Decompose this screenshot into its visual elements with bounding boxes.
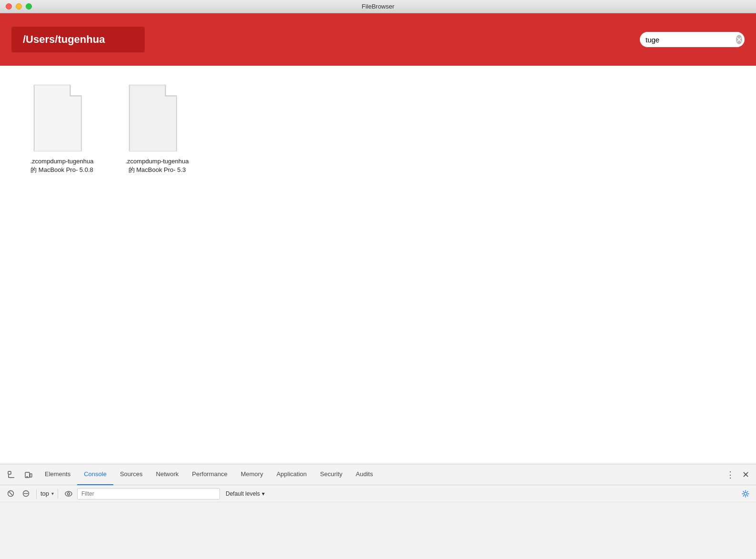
titlebar: FileBrowser <box>0 0 756 13</box>
svg-point-13 <box>68 492 70 495</box>
devtools-more-button[interactable]: ⋮ <box>724 468 737 481</box>
devtools-close-button[interactable]: ✕ <box>739 468 752 481</box>
tab-security[interactable]: Security <box>313 464 349 485</box>
svg-point-14 <box>744 492 747 495</box>
search-box: ✕ <box>640 32 745 47</box>
svg-marker-1 <box>129 85 177 151</box>
tab-memory[interactable]: Memory <box>234 464 270 485</box>
svg-rect-6 <box>30 474 32 477</box>
file-item-1[interactable]: .zcompdump-tugenhua的 MacBook Pro- 5.0.8 <box>29 85 95 174</box>
tab-console[interactable]: Console <box>77 464 113 485</box>
window-title: FileBrowser <box>362 3 395 10</box>
file-area: .zcompdump-tugenhua的 MacBook Pro- 5.0.8 … <box>0 66 756 464</box>
file-icon-1 <box>33 85 90 151</box>
file-icon-2 <box>129 85 186 151</box>
close-button[interactable] <box>6 3 12 10</box>
device-mode-icon[interactable] <box>21 467 36 482</box>
search-clear-button[interactable]: ✕ <box>736 35 742 44</box>
path-display: /Users/tugenhua <box>11 27 145 52</box>
tab-application[interactable]: Application <box>270 464 314 485</box>
filter-input-wrapper <box>77 488 220 499</box>
toolbar-divider-2 <box>58 489 58 499</box>
app-header: /Users/tugenhua ✕ <box>0 13 756 66</box>
context-selector[interactable]: top ▾ <box>40 490 54 497</box>
tab-sources[interactable]: Sources <box>113 464 149 485</box>
traffic-lights <box>6 3 32 10</box>
devtools-panel: Elements Console Sources Network Perform… <box>0 464 756 559</box>
file-item-2[interactable]: .zcompdump-tugenhua的 MacBook Pro- 5.3 <box>124 85 190 174</box>
svg-point-12 <box>65 491 72 496</box>
tab-audits[interactable]: Audits <box>349 464 379 485</box>
toolbar-divider <box>36 489 37 499</box>
minimize-button[interactable] <box>16 3 22 10</box>
svg-rect-2 <box>8 471 11 474</box>
default-levels-button[interactable]: Default levels ▾ <box>222 488 269 499</box>
file-name-1: .zcompdump-tugenhua的 MacBook Pro- 5.0.8 <box>29 157 95 174</box>
file-name-2: .zcompdump-tugenhua的 MacBook Pro- 5.3 <box>124 157 190 174</box>
tab-elements[interactable]: Elements <box>38 464 77 485</box>
clear-console-icon[interactable] <box>4 487 17 500</box>
devtools-tabs-bar: Elements Console Sources Network Perform… <box>0 464 756 485</box>
console-toolbar: top ▾ Default levels ▾ <box>0 485 756 502</box>
search-input[interactable] <box>646 36 736 44</box>
maximize-button[interactable] <box>26 3 32 10</box>
svg-marker-0 <box>34 85 81 151</box>
default-levels-chevron-icon: ▾ <box>262 490 265 497</box>
context-select-input[interactable]: top <box>40 490 58 497</box>
tab-performance[interactable]: Performance <box>185 464 234 485</box>
filter-input[interactable] <box>81 490 216 497</box>
svg-line-9 <box>9 492 12 495</box>
block-icon[interactable] <box>19 487 32 500</box>
watch-expressions-icon[interactable] <box>62 487 75 500</box>
console-settings-icon[interactable] <box>739 487 752 500</box>
tab-network[interactable]: Network <box>149 464 186 485</box>
inspect-element-icon[interactable] <box>4 467 19 482</box>
